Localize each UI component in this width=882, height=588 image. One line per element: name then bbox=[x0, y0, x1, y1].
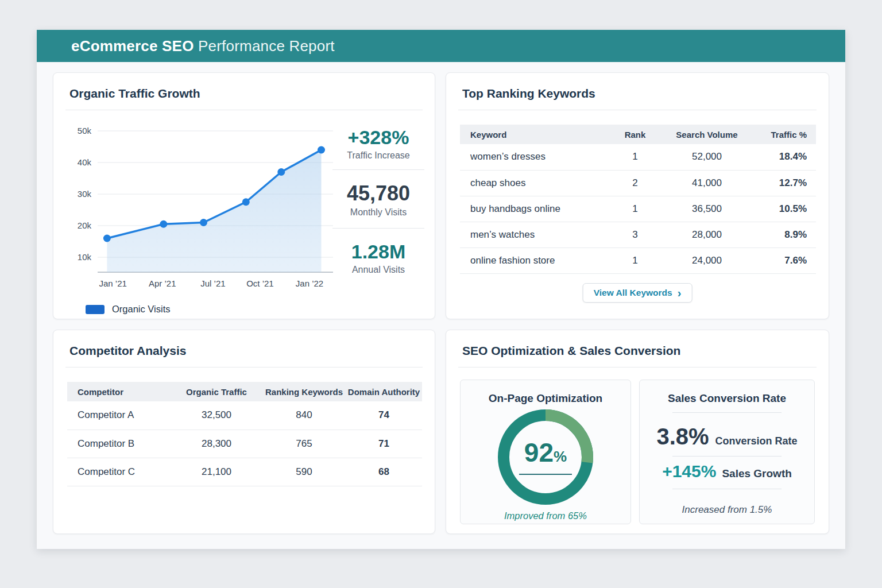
cell-search-volume: 52,000 bbox=[667, 144, 747, 170]
view-all-keywords-button[interactable]: View All Keywords › bbox=[583, 283, 693, 303]
onpage-optimization-panel: On-Page Optimization 92% Improved from 6… bbox=[460, 380, 631, 524]
table-row: Competitor B28,30076571 bbox=[67, 430, 422, 458]
conversion-rate-label: Conversion Rate bbox=[715, 435, 798, 447]
cell-search-volume: 28,000 bbox=[667, 222, 747, 247]
cell-search-volume: 41,000 bbox=[667, 170, 747, 196]
traffic-stats: +328% Traffic Increase 45,780 Monthly Vi… bbox=[332, 126, 424, 275]
legend-label: Organic Visits bbox=[112, 304, 170, 315]
conversion-caption: Increased from 1.5% bbox=[640, 504, 814, 516]
column-header-keyword: Keyword bbox=[460, 125, 604, 144]
stat-value: 1.28M bbox=[332, 240, 424, 263]
stat-label: Traffic Increase bbox=[332, 150, 424, 161]
table-row: women’s dresses152,00018.4% bbox=[460, 144, 816, 170]
view-all-keywords-label: View All Keywords bbox=[594, 288, 672, 298]
svg-text:10k: 10k bbox=[78, 252, 92, 262]
svg-text:50k: 50k bbox=[78, 126, 92, 136]
column-header-ranking-keywords: Ranking Keywords bbox=[262, 382, 346, 401]
competitor-table: Competitor Organic Traffic Ranking Keywo… bbox=[67, 382, 422, 486]
page-title-bold: eCommerce SEO bbox=[71, 37, 194, 55]
cell-traffic-percent: 12.7% bbox=[747, 170, 816, 196]
table-row: men’s watches328,0008.9% bbox=[460, 222, 816, 247]
cell-traffic-percent: 8.9% bbox=[747, 222, 816, 247]
svg-text:Apr ’21: Apr ’21 bbox=[149, 278, 176, 288]
table-row: Competitor C21,10059068 bbox=[67, 458, 422, 486]
keywords-table: Keyword Rank Search Volume Traffic % wom… bbox=[460, 125, 816, 274]
divider bbox=[672, 412, 782, 413]
conversion-rate-value: 3.8% bbox=[656, 424, 709, 448]
sales-growth-value: +145% bbox=[662, 462, 716, 481]
legend-swatch bbox=[86, 305, 105, 314]
cell-search-volume: 36,500 bbox=[667, 196, 747, 222]
stat-value: +328% bbox=[332, 126, 424, 149]
divider bbox=[458, 110, 817, 110]
stat-annual-visits: 1.28M Annual Visits bbox=[332, 229, 424, 275]
stat-label: Monthly Visits bbox=[332, 207, 424, 218]
competitor-analysis-title: Competitor Analysis bbox=[53, 330, 435, 358]
svg-text:Jan ’21: Jan ’21 bbox=[99, 278, 126, 288]
report-header: eCommerce SEO Performance Report bbox=[37, 30, 845, 62]
column-header-rank: Rank bbox=[604, 125, 667, 144]
cell-competitor: Competitor B bbox=[67, 430, 171, 458]
cell-traffic-percent: 7.6% bbox=[747, 247, 816, 273]
svg-text:Jul ’21: Jul ’21 bbox=[200, 278, 225, 288]
cell-keyword: buy handbags online bbox=[460, 196, 604, 222]
page-title: eCommerce SEO Performance Report bbox=[71, 37, 335, 55]
top-keywords-title: Top Ranking Keywords bbox=[446, 73, 829, 100]
divider bbox=[672, 489, 782, 489]
cell-rank: 1 bbox=[604, 144, 667, 170]
onpage-optimization-title: On-Page Optimization bbox=[461, 392, 630, 405]
stat-value: 45,780 bbox=[332, 181, 424, 206]
seo-conversion-card: SEO Optimization & Sales Conversion On-P… bbox=[446, 330, 829, 534]
percent-sign: % bbox=[554, 448, 567, 465]
donut-underline bbox=[519, 474, 572, 475]
table-row: cheap shoes241,00012.7% bbox=[460, 170, 816, 196]
divider bbox=[672, 456, 782, 457]
svg-text:Jan ’22: Jan ’22 bbox=[296, 278, 323, 288]
sales-growth-row: +145% Sales Growth bbox=[640, 462, 814, 481]
donut-center: 92% bbox=[497, 409, 594, 505]
cell-domain-authority: 71 bbox=[346, 430, 422, 458]
column-header-domain-authority: Domain Authority bbox=[346, 382, 422, 401]
svg-text:Oct ’21: Oct ’21 bbox=[246, 278, 274, 288]
column-header-competitor: Competitor bbox=[67, 382, 171, 401]
report-container: eCommerce SEO Performance Report Organic… bbox=[37, 30, 845, 549]
stat-label: Annual Visits bbox=[332, 265, 424, 275]
cell-keyword: men’s watches bbox=[460, 222, 604, 247]
cell-domain-authority: 68 bbox=[346, 458, 422, 486]
column-header-search-volume: Search Volume bbox=[667, 125, 747, 144]
cell-keyword: women’s dresses bbox=[460, 144, 604, 170]
cell-ranking-keywords: 840 bbox=[262, 401, 346, 430]
cell-rank: 1 bbox=[604, 247, 667, 273]
cell-search-volume: 24,000 bbox=[667, 247, 747, 273]
cell-organic-traffic: 32,500 bbox=[171, 401, 262, 430]
cell-competitor: Competitor A bbox=[67, 401, 171, 430]
cell-organic-traffic: 28,300 bbox=[171, 430, 262, 458]
cell-keyword: online fashion store bbox=[460, 247, 604, 273]
column-header-traffic: Traffic % bbox=[747, 125, 816, 144]
cell-traffic-percent: 10.5% bbox=[747, 196, 816, 222]
cell-rank: 3 bbox=[604, 222, 667, 247]
top-keywords-card: Top Ranking Keywords Keyword Rank Search… bbox=[446, 72, 829, 319]
competitor-analysis-card: Competitor Analysis Competitor Organic T… bbox=[53, 330, 435, 534]
organic-traffic-card: Organic Traffic Growth 10k20k30k40k50kJa… bbox=[53, 72, 435, 319]
cell-domain-authority: 74 bbox=[346, 401, 422, 430]
organic-traffic-line-chart: 10k20k30k40k50kJan ’21Apr ’21Jul ’21Oct … bbox=[61, 123, 337, 296]
divider bbox=[458, 367, 817, 368]
sales-growth-label: Sales Growth bbox=[722, 467, 791, 480]
cell-rank: 2 bbox=[604, 170, 667, 196]
table-header-row: Keyword Rank Search Volume Traffic % bbox=[460, 125, 816, 144]
x-axis-labels: Jan ’21Apr ’21Jul ’21Oct ’21Jan ’22 bbox=[99, 278, 323, 288]
table-row: online fashion store124,0007.6% bbox=[460, 247, 816, 273]
stat-monthly-visits: 45,780 Monthly Visits bbox=[332, 170, 424, 229]
organic-traffic-title: Organic Traffic Growth bbox=[53, 73, 435, 100]
sales-conversion-title: Sales Conversion Rate bbox=[640, 392, 814, 405]
page-title-rest: Performance Report bbox=[194, 37, 335, 55]
onpage-donut-chart: 92% bbox=[497, 409, 594, 505]
cell-traffic-percent: 18.4% bbox=[747, 144, 816, 170]
cell-ranking-keywords: 765 bbox=[262, 430, 346, 458]
conversion-rate-row: 3.8% Conversion Rate bbox=[640, 424, 814, 448]
cell-rank: 1 bbox=[604, 196, 667, 222]
table-row: buy handbags online136,50010.5% bbox=[460, 196, 816, 222]
divider bbox=[65, 110, 423, 110]
seo-conversion-title: SEO Optimization & Sales Conversion bbox=[446, 330, 829, 358]
